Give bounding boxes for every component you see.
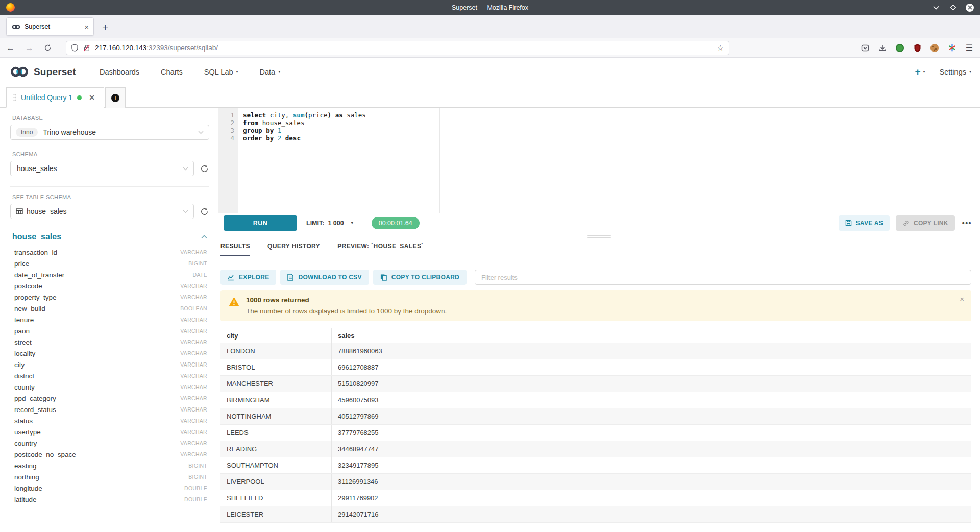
editor-pane: 1select city, sum(price) as sales2from h… — [218, 108, 980, 532]
reload-icon[interactable] — [44, 44, 52, 52]
table-cell: 40512797869 — [332, 408, 971, 424]
table-schema-label: SEE TABLE SCHEMA — [12, 194, 209, 200]
table-cell: 788861960063 — [332, 343, 971, 359]
menu-hamburger-icon[interactable]: ☰ — [965, 43, 974, 53]
multi-account-icon[interactable] — [947, 43, 957, 53]
nav-item-charts[interactable]: Charts — [161, 68, 183, 76]
query-tab[interactable]: Untitled Query 1 ✕ — [6, 87, 104, 108]
action-label: DOWNLOAD TO CSV — [298, 274, 361, 281]
database-select[interactable]: trino Trino warehouse — [10, 125, 209, 140]
superset-logo[interactable]: Superset — [9, 66, 76, 78]
results-tab-query-history[interactable]: QUERY HISTORY — [267, 243, 320, 256]
column-name: easting — [14, 462, 37, 470]
column-name: usertype — [14, 428, 41, 436]
column-header-city[interactable]: city — [220, 328, 332, 343]
browser-tab[interactable]: Superset × — [6, 17, 94, 36]
add-query-tab-button[interactable]: + — [105, 87, 126, 108]
table-name: house_sales — [27, 207, 67, 215]
pocket-icon[interactable] — [861, 43, 870, 53]
nav-item-dashboards[interactable]: Dashboards — [100, 68, 139, 76]
results-tab-preview-house-sales[interactable]: PREVIEW: `HOUSE_SALES` — [337, 243, 424, 256]
forward-icon[interactable]: → — [25, 43, 34, 52]
column-name: northing — [14, 473, 39, 481]
cookie-icon[interactable] — [930, 43, 939, 53]
table-select[interactable]: house_sales — [10, 204, 194, 219]
column-type: VARCHAR — [180, 451, 207, 457]
sqllab-sidebar: DATABASE trino Trino warehouse SCHEMA ho… — [0, 108, 218, 532]
explore-button[interactable]: EXPLORE — [220, 270, 276, 285]
results-tab-results[interactable]: RESULTS — [220, 243, 250, 256]
alert-close-icon[interactable]: × — [960, 295, 964, 303]
rows-warning-alert: 1000 rows returned The number of rows di… — [220, 290, 971, 321]
window-close-icon[interactable] — [966, 4, 974, 12]
column-type: VARCHAR — [180, 418, 207, 424]
table-grid-icon — [16, 208, 23, 215]
column-row: postcode_no_spaceVARCHAR — [10, 449, 209, 460]
column-type: VARCHAR — [180, 339, 207, 345]
limit-value: 1 000 — [328, 220, 344, 227]
column-type: VARCHAR — [180, 406, 207, 413]
column-name: record_status — [14, 406, 56, 414]
sql-editor[interactable]: 1select city, sum(price) as sales2from h… — [218, 108, 980, 213]
column-header-sales[interactable]: sales — [332, 328, 971, 343]
chevron-down-icon — [183, 210, 188, 213]
drag-handle-icon[interactable] — [13, 94, 16, 101]
query-tab-bar: Untitled Query 1 ✕ + — [0, 86, 980, 108]
query-tab-close-icon[interactable]: ✕ — [89, 94, 95, 101]
code-text: group by 1 — [238, 127, 281, 134]
run-button[interactable]: RUN — [224, 215, 297, 231]
window-titlebar: Superset — Mozilla Firefox — [0, 0, 980, 15]
column-row: latitudeDOUBLE — [10, 494, 209, 505]
superset-infinity-icon — [9, 66, 30, 78]
window-minimize-icon[interactable] — [932, 4, 940, 12]
copy-to-clipboard-button[interactable]: COPY TO CLIPBOARD — [373, 270, 467, 285]
superset-favicon-icon — [11, 24, 21, 30]
column-row: countryVARCHAR — [10, 438, 209, 449]
settings-menu[interactable]: Settings ▾ — [940, 68, 971, 76]
column-name: paon — [14, 327, 30, 335]
lock-insecure-icon[interactable] — [83, 44, 90, 52]
column-name: postcode — [14, 282, 42, 290]
add-new-button[interactable]: + ▾ — [915, 67, 925, 77]
bookmark-star-icon[interactable]: ☆ — [717, 43, 724, 53]
refresh-schema-icon[interactable] — [199, 163, 209, 174]
nav-item-data[interactable]: Data▾ — [260, 68, 281, 76]
limit-dropdown[interactable]: LIMIT: 1 000 ▾ — [306, 220, 353, 227]
column-row: transaction_idVARCHAR — [10, 247, 209, 258]
download-to-csv-button[interactable]: DOWNLOAD TO CSV — [280, 270, 369, 285]
database-engine-badge: trino — [16, 128, 38, 137]
shield-icon[interactable] — [71, 44, 78, 52]
filter-results-input[interactable] — [475, 270, 971, 285]
schema-name: house_sales — [17, 164, 57, 173]
column-type: DOUBLE — [184, 496, 207, 502]
column-name: transaction_id — [14, 249, 57, 256]
nav-item-sql-lab[interactable]: SQL Lab▾ — [204, 68, 238, 76]
editor-toolbar: RUN LIMIT: 1 000 ▾ 00:00:01.64 SAVE AS — [218, 213, 980, 233]
alert-message: The number of rows displayed is limited … — [246, 307, 447, 315]
ublock-icon[interactable] — [913, 43, 922, 53]
refresh-table-icon[interactable] — [199, 206, 209, 216]
url-path: :32393/superset/sqllab/ — [146, 44, 218, 52]
window-maximize-icon[interactable] — [949, 4, 957, 12]
tab-close-icon[interactable]: × — [84, 23, 89, 31]
privacy-badger-icon[interactable] — [895, 43, 904, 53]
pane-resize-handle[interactable] — [587, 235, 611, 238]
save-icon — [845, 220, 852, 226]
save-as-button[interactable]: SAVE AS — [839, 215, 890, 231]
nav-item-label: Data — [260, 68, 276, 76]
schema-select[interactable]: house_sales — [10, 161, 194, 176]
collapse-chevron-up-icon[interactable] — [201, 235, 207, 239]
table-cell: BRISTOL — [220, 359, 332, 375]
new-tab-icon[interactable]: + — [102, 21, 108, 32]
line-number: 3 — [218, 127, 238, 134]
back-icon[interactable]: ← — [6, 43, 15, 52]
sql-code: 1select city, sum(price) as sales2from h… — [218, 108, 980, 142]
nav-item-label: SQL Lab — [204, 68, 233, 76]
downloads-icon[interactable] — [878, 43, 887, 53]
more-options-icon[interactable]: ••• — [962, 219, 972, 227]
copy-link-button[interactable]: COPY LINK — [896, 215, 955, 231]
column-name: property_type — [14, 294, 57, 301]
column-type: VARCHAR — [180, 384, 207, 390]
url-input[interactable]: 217.160.120.143:32393/superset/sqllab/ ☆ — [66, 41, 729, 55]
column-type: VARCHAR — [180, 440, 207, 446]
